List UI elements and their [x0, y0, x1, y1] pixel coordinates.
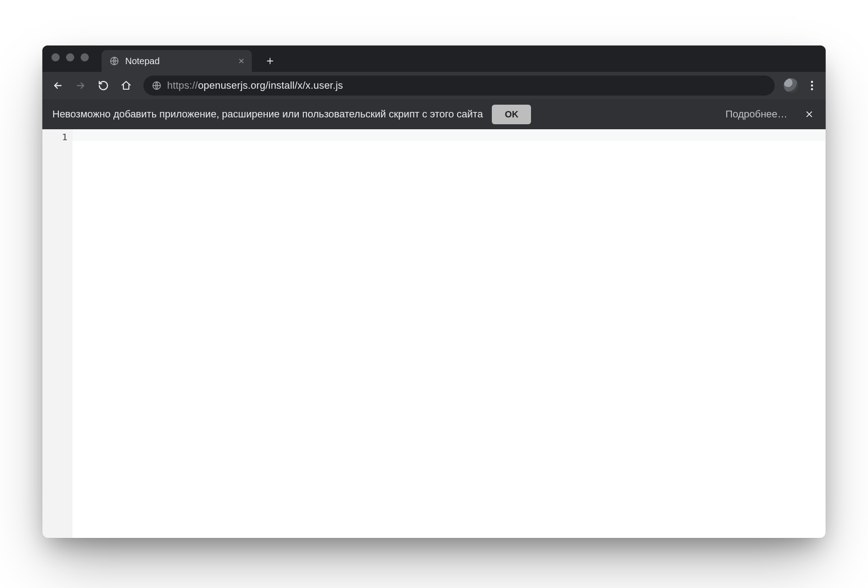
source-editor[interactable] [72, 129, 826, 538]
menu-button[interactable] [804, 77, 820, 94]
forward-button[interactable] [71, 76, 91, 96]
editor-line [72, 129, 826, 141]
browser-window: Notepad [42, 46, 826, 538]
close-tab-icon[interactable] [236, 56, 246, 66]
profile-avatar[interactable] [784, 78, 798, 93]
window-controls [49, 46, 93, 72]
window-minimize-dot[interactable] [66, 53, 74, 61]
extension-blocked-infobar: Невозможно добавить приложение, расширен… [42, 99, 826, 129]
home-button[interactable] [116, 76, 136, 96]
svg-point-3 [811, 85, 813, 87]
line-number: 1 [42, 131, 67, 143]
url-path: /install/x/x.user.js [266, 80, 343, 91]
learn-more-link[interactable]: Подробнее… [725, 108, 787, 120]
address-bar[interactable]: https://openuserjs.org/install/x/x.user.… [143, 76, 775, 96]
globe-icon [109, 56, 120, 66]
page-content: 1 [42, 129, 826, 538]
window-zoom-dot[interactable] [81, 53, 89, 61]
svg-point-4 [811, 88, 813, 91]
site-info-icon[interactable] [152, 81, 162, 91]
tab-title: Notepad [125, 56, 231, 66]
window-close-dot[interactable] [51, 53, 60, 61]
new-tab-button[interactable] [261, 52, 279, 70]
infobar-close-icon[interactable] [803, 108, 816, 121]
browser-tab[interactable]: Notepad [102, 50, 252, 72]
back-button[interactable] [48, 76, 68, 96]
ok-button[interactable]: OK [492, 105, 531, 124]
url-host: openuserjs.org [198, 80, 266, 91]
svg-point-2 [811, 81, 813, 83]
infobar-message: Невозможно добавить приложение, расширен… [52, 108, 483, 120]
toolbar: https://openuserjs.org/install/x/x.user.… [42, 72, 826, 99]
reload-button[interactable] [93, 76, 113, 96]
url-text: https://openuserjs.org/install/x/x.user.… [167, 80, 766, 91]
url-scheme: https:// [167, 80, 198, 91]
line-number-gutter: 1 [42, 129, 72, 538]
tab-strip: Notepad [42, 46, 826, 72]
